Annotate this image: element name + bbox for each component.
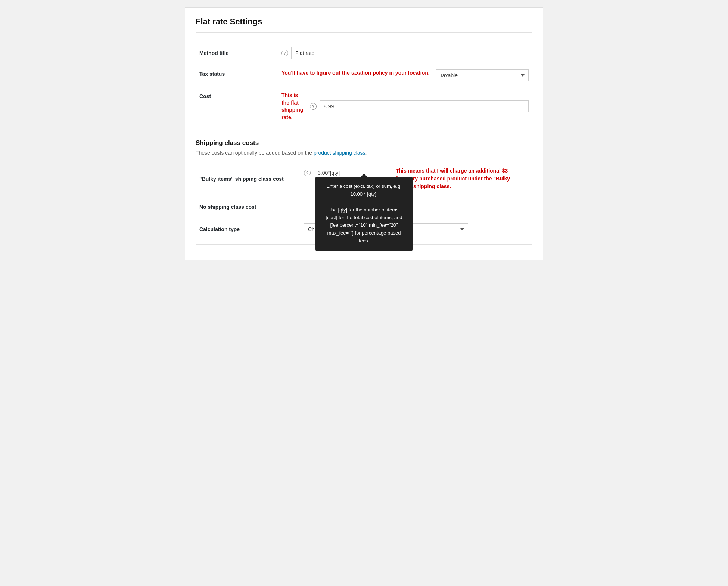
tax-status-select[interactable]: Taxable None <box>436 69 529 81</box>
tax-annotation: You'll have to figure out the taxation p… <box>281 70 430 76</box>
no-shipping-class-label: No shipping class cost <box>199 204 256 210</box>
shipping-class-section-title: Shipping class costs <box>196 139 532 147</box>
main-form-table: Method title ? Tax status <box>196 42 532 126</box>
cost-row-content: This is the flat shipping rate. ? <box>281 92 529 121</box>
bulky-help-icon[interactable]: ? <box>304 170 311 176</box>
tooltip-line1: Enter a cost (excl. tax) or sum, e.g. 10… <box>326 183 402 197</box>
cost-annotation: This is the flat shipping rate. <box>281 92 304 121</box>
tax-annotation-wrapper: You'll have to figure out the taxation p… <box>281 69 430 77</box>
bulky-input-area: ? Enter a cost (excl. tax) or sum, e.g. … <box>304 167 529 190</box>
cost-help-icon[interactable]: ? <box>310 103 317 110</box>
method-title-input-cell: ? <box>278 42 532 64</box>
bulky-input-tooltip-wrapper: ? Enter a cost (excl. tax) or sum, e.g. … <box>304 167 388 179</box>
method-title-label-cell: Method title <box>196 42 278 64</box>
tax-status-row-content: You'll have to figure out the taxation p… <box>281 69 529 81</box>
bulky-items-label: "Bulky items" shipping class cost <box>199 176 284 182</box>
cost-tooltip: Enter a cost (excl. tax) or sum, e.g. 10… <box>315 177 413 251</box>
tax-status-label-cell: Tax status <box>196 64 278 87</box>
shipping-class-desc: These costs can optionally be added base… <box>196 150 532 156</box>
page-title: Flat rate Settings <box>196 17 532 27</box>
product-shipping-class-link[interactable]: product shipping class <box>314 150 365 156</box>
tax-status-label-group: Tax status <box>199 71 274 77</box>
tax-status-row: Tax status You'll have to figure out the… <box>196 64 532 87</box>
method-title-input[interactable] <box>291 47 500 59</box>
cost-input-cell: This is the flat shipping rate. ? <box>278 87 532 126</box>
tooltip-line2: Use [qty] for the number of items, [cost… <box>326 207 402 244</box>
cost-input[interactable] <box>320 100 529 112</box>
bulky-annotation: This means that I will charge an additio… <box>396 167 515 190</box>
section-divider <box>196 130 532 130</box>
settings-panel: Flat rate Settings Method title ? <box>185 7 543 260</box>
method-title-input-row: ? <box>281 47 529 59</box>
cost-row: Cost This is the flat shipping rate. ? <box>196 87 532 126</box>
cost-label: Cost <box>199 93 211 99</box>
method-title-row: Method title ? <box>196 42 532 64</box>
bulky-items-row: "Bulky items" shipping class cost ? Ente… <box>196 162 532 196</box>
tax-status-label: Tax status <box>199 71 274 77</box>
calculation-label-cell: Calculation type <box>196 218 300 241</box>
bulky-input-cell: ? Enter a cost (excl. tax) or sum, e.g. … <box>300 162 532 196</box>
cost-label-cell: Cost <box>196 87 278 126</box>
cost-input-row: ? <box>310 100 529 112</box>
method-title-label: Method title <box>199 50 229 56</box>
section-desc-before: These costs can optionally be added base… <box>196 150 314 156</box>
tax-status-input-cell: You'll have to figure out the taxation p… <box>278 64 532 87</box>
calculation-type-label: Calculation type <box>199 226 240 232</box>
section-desc-after: . <box>365 150 367 156</box>
shipping-class-table: "Bulky items" shipping class cost ? Ente… <box>196 162 532 241</box>
no-class-label-cell: No shipping class cost <box>196 196 300 218</box>
bulky-label-cell: "Bulky items" shipping class cost <box>196 162 300 196</box>
title-divider <box>196 32 532 33</box>
method-title-help-icon[interactable]: ? <box>281 50 288 56</box>
